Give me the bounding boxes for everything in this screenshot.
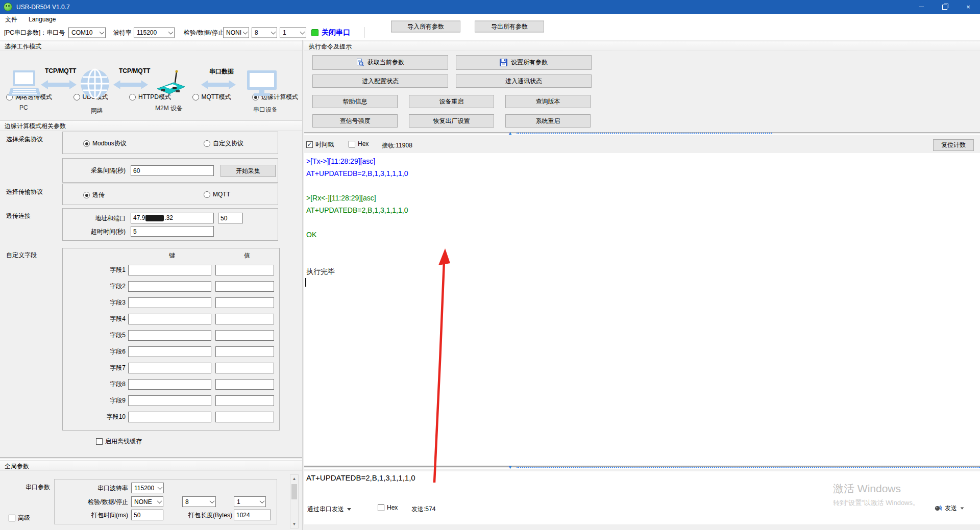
receive-log-area[interactable]: >[Tx->][11:28:29][asc]AT+UPDATEDB=2,B,1,… [304, 153, 980, 465]
start-collect-button[interactable]: 开始采集 [220, 165, 276, 177]
com-port-select[interactable]: COM10 [68, 27, 106, 38]
cmd-button-label: 查信号强度 [340, 117, 371, 125]
radio-icon[interactable] [204, 191, 210, 198]
radio-icon[interactable] [192, 94, 199, 100]
left-vertical-scrollbar[interactable]: ▲ ▼ [290, 474, 299, 528]
server-address-input[interactable]: 47.9.32 [131, 213, 214, 223]
splitter-dots[interactable] [517, 467, 980, 468]
floppy-icon [500, 59, 507, 66]
export-all-params-button[interactable]: 导出所有参数 [475, 21, 544, 33]
parity-label: 检验/数据/停止 [184, 28, 224, 37]
cmd-button-label: 设置所有参数 [511, 58, 548, 67]
offline-cache-checkbox[interactable]: 启用离线缓存 [96, 437, 142, 446]
send-button[interactable]: 发送 [934, 504, 964, 513]
checkbox-icon[interactable] [378, 504, 384, 511]
collect-interval-input[interactable] [131, 165, 214, 176]
server-port-input[interactable] [218, 213, 243, 223]
close-button[interactable]: × [957, 0, 980, 14]
reset-counter-button[interactable]: 复位计数 [933, 139, 974, 151]
radio-selected-icon[interactable] [83, 192, 90, 198]
checkbox-icon[interactable] [96, 438, 103, 445]
field-value-input-9[interactable] [215, 395, 274, 406]
checkbox-icon[interactable] [9, 515, 15, 521]
splitter-dots[interactable] [517, 133, 772, 134]
modbus-protocol-option[interactable]: Modbus协议 [83, 139, 127, 148]
g-databits-select[interactable]: 8 [182, 496, 216, 507]
cmd-button-r2-1[interactable]: 进入配置状态 [312, 74, 448, 88]
cmd-button-r3-3[interactable]: 查询版本 [505, 95, 591, 108]
field-key-input-10[interactable] [128, 412, 211, 422]
field-key-input-1[interactable] [128, 265, 211, 275]
baud-select[interactable]: 115200 [134, 27, 175, 38]
radio-icon[interactable] [129, 94, 136, 100]
mqtt-transport-option[interactable]: MQTT [204, 191, 230, 198]
stopbits-select[interactable]: 1 [280, 27, 306, 38]
field-label: 字段6 [63, 347, 128, 356]
splitter-collapse-up-icon[interactable]: ▲ [508, 131, 512, 136]
field-key-input-2[interactable] [128, 281, 211, 292]
cmd-button-r4-1[interactable]: 查信号强度 [312, 114, 398, 128]
send-input-area[interactable]: AT+UPDATEDB=2,B,1,3,1,1,1,0 通过串口发送 Hex 发… [304, 471, 980, 524]
field-value-input-3[interactable] [215, 297, 274, 308]
custom-field-row-6: 字段6 [63, 346, 274, 357]
field-value-input-10[interactable] [215, 412, 274, 422]
field-value-input-4[interactable] [215, 314, 274, 324]
packtime-input[interactable] [131, 510, 163, 520]
field-value-input-2[interactable] [215, 281, 274, 292]
custom-protocol-option[interactable]: 自定义协议 [204, 139, 243, 148]
cmd-button-r1-2[interactable]: 设置所有参数 [456, 55, 592, 70]
databits-select[interactable]: 8 [252, 27, 277, 38]
g-parity-select[interactable]: NONE [131, 496, 163, 507]
menu-file[interactable]: 文件 [5, 15, 17, 24]
radio-icon[interactable] [204, 140, 210, 147]
cmd-button-r1-1[interactable]: 获取当前参数 [312, 55, 448, 70]
scrollbar-thumb[interactable] [291, 484, 297, 499]
cmd-button-r4-3[interactable]: 系统重启 [505, 114, 591, 128]
radio-icon[interactable] [74, 94, 80, 100]
cmd-button-r4-2[interactable]: 恢复出厂设置 [409, 114, 494, 128]
send-command-text[interactable]: AT+UPDATEDB=2,B,1,3,1,1,1,0 [306, 473, 415, 482]
field-key-input-8[interactable] [128, 379, 211, 390]
field-key-input-3[interactable] [128, 297, 211, 308]
work-mode-option-4[interactable]: MQTT模式 [192, 93, 231, 102]
advanced-checkbox[interactable]: 高级 [9, 514, 30, 522]
splitter-collapse-down-icon[interactable]: ▼ [508, 465, 512, 470]
field-key-input-4[interactable] [128, 314, 211, 324]
import-all-params-button[interactable]: 导入所有参数 [391, 21, 460, 33]
scroll-up-icon[interactable]: ▲ [290, 475, 298, 483]
field-value-input-8[interactable] [215, 379, 274, 390]
timestamp-checkbox[interactable]: 时间戳 [306, 140, 334, 149]
checkbox-icon[interactable] [306, 141, 313, 148]
close-port-button[interactable]: 关闭串口 [322, 28, 350, 37]
passthrough-option[interactable]: 透传 [83, 191, 105, 199]
scroll-down-icon[interactable]: ▼ [290, 520, 298, 528]
restore-button[interactable] [933, 0, 957, 14]
menu-language[interactable]: Language [29, 16, 56, 23]
timeout-input[interactable] [131, 226, 214, 237]
g-stopbits-select[interactable]: 1 [234, 496, 266, 507]
field-value-input-7[interactable] [215, 363, 274, 373]
field-key-input-6[interactable] [128, 346, 211, 357]
field-value-input-6[interactable] [215, 346, 274, 357]
minimize-button[interactable] [910, 0, 933, 14]
send-via-serial-dropdown[interactable]: 通过串口发送 [307, 505, 351, 514]
field-key-input-9[interactable] [128, 395, 211, 406]
send-hex-checkbox[interactable]: Hex [378, 504, 398, 511]
parity-select[interactable]: NONI [223, 27, 249, 38]
field-key-input-7[interactable] [128, 363, 211, 373]
field-value-input-1[interactable] [215, 265, 274, 275]
custom-fields-box: 键 值 字段1字段2字段3字段4字段5字段6字段7字段8字段9字段10 [62, 248, 280, 431]
cmd-button-r3-1[interactable]: 帮助信息 [312, 95, 398, 108]
checkbox-icon[interactable] [349, 141, 355, 147]
field-value-input-5[interactable] [215, 330, 274, 341]
cmd-button-r2-2[interactable]: 进入通讯状态 [456, 74, 592, 88]
chevron-down-icon [260, 498, 265, 503]
left-splitter-bar[interactable] [0, 457, 302, 460]
g-baud-select[interactable]: 115200 [131, 483, 164, 493]
packlen-input[interactable] [234, 510, 271, 520]
field-key-input-5[interactable] [128, 330, 211, 341]
cmd-button-r3-2[interactable]: 设备重启 [409, 95, 494, 108]
recv-hex-checkbox[interactable]: Hex [349, 140, 369, 147]
radio-selected-icon[interactable] [83, 140, 90, 147]
chevron-down-icon [271, 29, 276, 34]
